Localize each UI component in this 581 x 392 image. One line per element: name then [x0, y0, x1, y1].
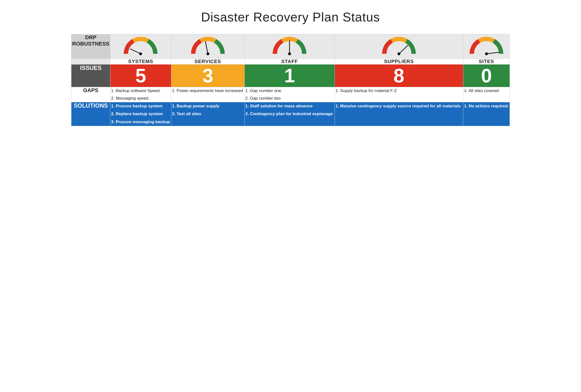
- gaps-suppliers: Supply backup for material F-Z: [334, 87, 463, 102]
- column-headers-row: SYSTEMS SERVICES STAFF SUPPLIERS SITES: [72, 59, 510, 64]
- list-item: No actions required.: [469, 102, 510, 110]
- list-item: Gap number one.: [250, 87, 334, 95]
- gauge-systems: [121, 34, 160, 58]
- list-item: Supply backup for material F-Z: [340, 87, 463, 95]
- solutions-systems: Procure backup system Replace backup sys…: [110, 102, 171, 126]
- list-item: Replace backup system: [116, 110, 171, 118]
- col-header-sites: SITES: [463, 59, 510, 64]
- gaps-sites-list: All sites covered: [463, 87, 510, 95]
- svg-point-5: [206, 52, 209, 55]
- gauge-sites: [467, 34, 506, 58]
- solutions-suppliers-list: Massive contingency supply source requir…: [335, 102, 463, 110]
- page-title: Disaster Recovery Plan Status: [201, 10, 380, 24]
- svg-point-11: [398, 52, 400, 55]
- svg-point-14: [485, 52, 488, 55]
- solutions-systems-list: Procure backup system Replace backup sys…: [110, 102, 171, 126]
- solutions-suppliers: Massive contingency supply source requir…: [334, 102, 463, 126]
- drp-robustness-row: DRPROBUSTNESS: [72, 34, 510, 59]
- gaps-services-list: Power requirements have increased: [171, 87, 244, 95]
- col-header-services: SERVICES: [171, 59, 244, 64]
- solutions-sites: No actions required.: [463, 102, 510, 126]
- solutions-staff-list: Staff solution for mass absence Continge…: [245, 102, 334, 118]
- gauge-cell-services: [171, 34, 244, 59]
- drp-robustness-label: DRPROBUSTNESS: [72, 34, 110, 59]
- list-item: Backup power supply: [177, 102, 244, 110]
- gauge-suppliers: [380, 34, 418, 58]
- list-item: Gap number two: [250, 95, 334, 102]
- gauge-cell-sites: [463, 34, 510, 59]
- gauge-staff: [270, 34, 309, 58]
- list-item: Procure messaging backup: [116, 118, 171, 126]
- list-item: Messaging speed.: [116, 95, 171, 102]
- gauge-cell-staff: [244, 34, 334, 59]
- gauge-services: [188, 34, 228, 58]
- gaps-sites: All sites covered: [463, 87, 510, 102]
- svg-point-9: [389, 43, 409, 57]
- solutions-services-list: Backup power supply Test all sites: [171, 102, 244, 118]
- gaps-staff-list: Gap number one. Gap number two: [245, 87, 334, 102]
- solutions-row: SOLUTIONS Procure backup system Replace …: [72, 102, 510, 126]
- list-item: Massive contingency supply source requir…: [340, 102, 463, 110]
- solutions-label: SOLUTIONS: [72, 102, 110, 126]
- solutions-services: Backup power supply Test all sites: [171, 102, 244, 126]
- list-item: Contingency plan for industrial espionag…: [250, 110, 334, 118]
- gaps-systems-list: Backup software Speed. Messaging speed.: [110, 87, 171, 102]
- main-table: DRPROBUSTNESS: [71, 34, 510, 126]
- col-header-systems: SYSTEMS: [110, 59, 171, 64]
- svg-point-2: [139, 52, 142, 55]
- svg-point-12: [476, 43, 497, 57]
- gauge-cell-systems: [110, 34, 171, 59]
- solutions-sites-list: No actions required.: [463, 102, 510, 110]
- col-header-suppliers: SUPPLIERS: [334, 59, 463, 64]
- issues-row: ISSUES 5 3 1 8 0: [72, 64, 510, 87]
- gaps-label: GAPS: [72, 87, 110, 102]
- svg-point-8: [288, 52, 291, 55]
- issues-sites: 0: [463, 64, 510, 87]
- issues-services: 3: [171, 64, 244, 87]
- list-item: Procure backup system: [116, 102, 171, 110]
- gaps-row: GAPS Backup software Speed. Messaging sp…: [72, 87, 510, 102]
- list-item: Staff solution for mass absence: [250, 102, 334, 110]
- gaps-suppliers-list: Supply backup for material F-Z: [335, 87, 463, 95]
- gaps-systems: Backup software Speed. Messaging speed.: [110, 87, 171, 102]
- gaps-services: Power requirements have increased: [171, 87, 244, 102]
- issues-suppliers: 8: [334, 64, 463, 87]
- list-item: Test all sites: [177, 110, 244, 118]
- list-item: Power requirements have increased: [177, 87, 244, 95]
- gauge-cell-suppliers: [334, 34, 463, 59]
- solutions-staff: Staff solution for mass absence Continge…: [244, 102, 334, 126]
- issues-systems: 5: [110, 64, 171, 87]
- list-item: All sites covered: [469, 87, 510, 95]
- col-header-staff: STAFF: [244, 59, 334, 64]
- issues-staff: 1: [244, 64, 334, 87]
- gaps-staff: Gap number one. Gap number two: [244, 87, 334, 102]
- list-item: Backup software Speed.: [116, 87, 171, 95]
- issues-label: ISSUES: [72, 64, 110, 87]
- svg-point-3: [198, 43, 218, 57]
